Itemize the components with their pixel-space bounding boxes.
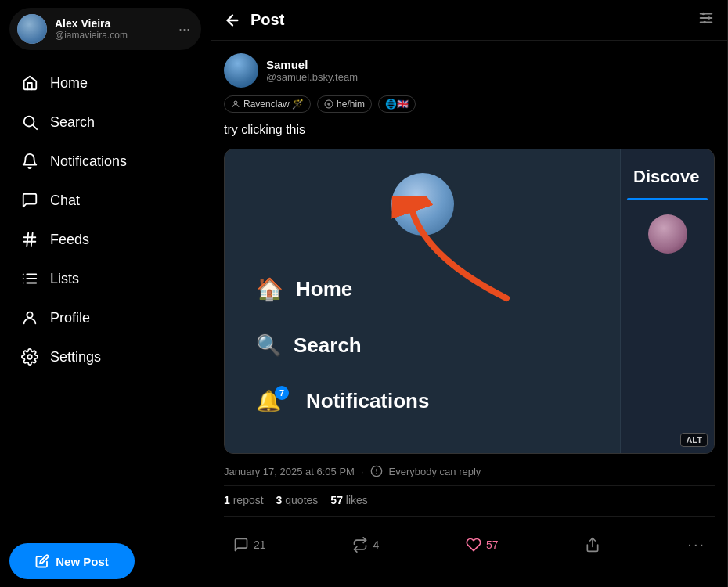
user-display-name: Alex Vieira	[55, 17, 128, 30]
sidebar-item-profile[interactable]: Profile	[9, 299, 201, 337]
post-date: January 17, 2025 at 6:05 PM	[224, 466, 355, 477]
post-author-handle: @samuel.bsky.team	[266, 71, 358, 83]
svg-point-21	[234, 101, 237, 104]
post-author-name: Samuel	[266, 58, 358, 71]
user-profile-card[interactable]: Alex Vieira @iamavieira.com ···	[9, 8, 201, 50]
sidebar-item-feeds[interactable]: Feeds	[9, 221, 201, 258]
svg-line-1	[33, 125, 37, 129]
like-button[interactable]: 57	[456, 531, 508, 559]
image-nav-notifications: 🔔 7 Notifications	[240, 381, 604, 421]
visibility-icon	[370, 465, 383, 477]
likes-count[interactable]: 57 likes	[330, 494, 367, 506]
back-button[interactable]	[224, 12, 241, 29]
main-nav: Home Search Notifications Chat	[9, 64, 201, 531]
post-header: Post	[211, 0, 727, 41]
discover-avatar	[648, 214, 687, 254]
tune-icon[interactable]	[697, 9, 715, 31]
reply-count: 21	[254, 538, 266, 551]
like-count: 57	[486, 538, 499, 551]
bell-icon	[20, 152, 39, 171]
post-badges: Ravenclaw 🪄 he/him 🌐🇬🇧	[224, 95, 715, 113]
alt-badge[interactable]: ALT	[680, 433, 708, 447]
repost-button[interactable]: 4	[343, 531, 388, 559]
post-meta: January 17, 2025 at 6:05 PM · Everybody …	[224, 465, 715, 486]
sidebar-label-chat: Chat	[50, 193, 80, 209]
post-visibility: Everybody can reply	[389, 466, 481, 477]
repost-count[interactable]: 1 repost	[224, 494, 264, 506]
main-content: Post Samuel @samuel.bsky.team	[211, 0, 728, 587]
image-search-label: Search	[294, 333, 362, 358]
user-avatar	[17, 14, 47, 44]
quotes-count[interactable]: 3 quotes	[276, 494, 319, 506]
badge-ravenclaw[interactable]: Ravenclaw 🪄	[224, 95, 311, 113]
image-nav-search: 🔍 Search	[240, 326, 604, 366]
sidebar-label-home: Home	[50, 75, 88, 92]
badge-ravenclaw-label: Ravenclaw 🪄	[243, 99, 304, 110]
svg-point-19	[708, 16, 711, 20]
new-post-label: New Post	[56, 555, 109, 568]
post-image[interactable]: 🏠 Home 🔍 Search 🔔 7 Notifications	[224, 149, 715, 454]
new-post-button[interactable]: New Post	[9, 543, 135, 579]
list-icon	[20, 269, 39, 288]
sidebar-label-search: Search	[50, 114, 95, 131]
badge-pronouns[interactable]: he/him	[317, 95, 372, 113]
sidebar-label-lists: Lists	[50, 271, 79, 287]
post-image-right-panel: Discove	[620, 149, 714, 453]
more-button[interactable]: ···	[678, 529, 715, 560]
sidebar-item-home[interactable]: Home	[9, 64, 201, 102]
svg-point-18	[702, 13, 705, 16]
sidebar-item-chat[interactable]: Chat	[9, 182, 201, 219]
sidebar-label-profile: Profile	[50, 310, 90, 326]
post-author-avatar	[224, 53, 258, 88]
post-author-row: Samuel @samuel.bsky.team	[224, 53, 715, 88]
user-more-icon[interactable]: ···	[178, 21, 190, 38]
heart-icon	[466, 537, 481, 553]
sidebar-label-feeds: Feeds	[50, 232, 89, 248]
post-text: try clicking this	[224, 121, 715, 139]
image-home-label: Home	[296, 277, 352, 301]
reply-button[interactable]: 21	[224, 531, 276, 559]
discover-label: Discove	[627, 157, 708, 190]
sidebar-label-notifications: Notifications	[50, 153, 127, 170]
post-image-left-panel: 🏠 Home 🔍 Search 🔔 7 Notifications	[225, 149, 620, 453]
profile-icon	[20, 308, 39, 327]
more-icon: ···	[687, 535, 705, 553]
pencil-icon	[35, 554, 49, 568]
sidebar-item-settings[interactable]: Settings	[9, 338, 201, 376]
svg-line-5	[31, 233, 33, 247]
repost-count: 4	[373, 538, 379, 551]
sidebar: Alex Vieira @iamavieira.com ··· Home Sea…	[0, 0, 211, 587]
sidebar-item-notifications[interactable]: Notifications	[9, 142, 201, 180]
sidebar-item-lists[interactable]: Lists	[9, 260, 201, 297]
share-button[interactable]	[575, 531, 610, 559]
badge-flags-label: 🌐🇬🇧	[385, 99, 409, 110]
search-icon	[20, 113, 39, 131]
post-actions: 21 4 57	[224, 526, 715, 563]
settings-icon	[20, 348, 39, 366]
arrow-graphic	[381, 196, 538, 306]
svg-line-4	[27, 233, 28, 247]
repost-icon	[352, 537, 368, 553]
reply-icon	[233, 537, 249, 553]
badge-pronouns-label: he/him	[337, 99, 365, 110]
badge-flags[interactable]: 🌐🇬🇧	[378, 95, 416, 113]
post-body: Samuel @samuel.bsky.team Ravenclaw 🪄 he/…	[211, 41, 727, 575]
user-handle: @iamavieira.com	[55, 30, 128, 41]
image-notifications-label: Notifications	[306, 389, 429, 413]
svg-point-13	[27, 355, 32, 359]
post-stats: 1 repost 3 quotes 57 likes	[224, 494, 715, 517]
page-title: Post	[250, 11, 284, 29]
sidebar-label-settings: Settings	[50, 349, 101, 366]
sidebar-item-search[interactable]: Search	[9, 103, 201, 141]
hash-icon	[20, 230, 39, 249]
share-icon	[585, 537, 600, 553]
svg-point-20	[703, 21, 706, 24]
chat-icon	[20, 191, 39, 210]
svg-point-12	[27, 312, 32, 318]
discover-underline	[627, 198, 708, 200]
home-icon	[20, 74, 39, 92]
